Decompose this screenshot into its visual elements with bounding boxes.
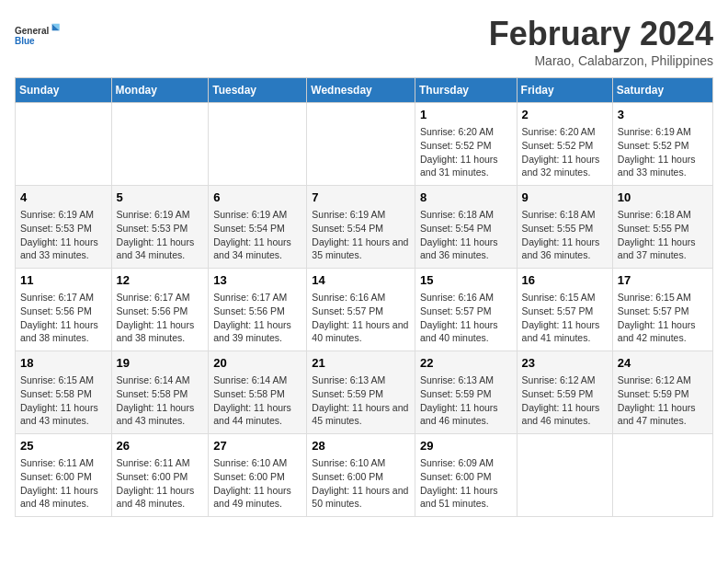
week-row-2: 4Sunrise: 6:19 AM Sunset: 5:53 PM Daylig… [16,186,713,269]
calendar-cell: 23Sunrise: 6:12 AM Sunset: 5:59 PM Dayli… [517,351,612,434]
calendar-cell: 21Sunrise: 6:13 AM Sunset: 5:59 PM Dayli… [307,351,415,434]
cell-info: Sunrise: 6:17 AM Sunset: 5:56 PM Dayligh… [20,291,107,345]
svg-text:Blue: Blue [15,36,35,46]
calendar-cell: 3Sunrise: 6:19 AM Sunset: 5:52 PM Daylig… [612,103,712,186]
cell-info: Sunrise: 6:14 AM Sunset: 5:58 PM Dayligh… [117,373,204,428]
logo: General Blue [15,15,61,56]
day-number: 28 [312,438,410,454]
calendar-cell: 5Sunrise: 6:19 AM Sunset: 5:53 PM Daylig… [111,186,209,269]
cell-info: Sunrise: 6:12 AM Sunset: 5:59 PM Dayligh… [522,373,608,428]
cell-info: Sunrise: 6:19 AM Sunset: 5:54 PM Dayligh… [312,208,410,262]
calendar-cell: 10Sunrise: 6:18 AM Sunset: 5:55 PM Dayli… [612,186,712,269]
week-row-4: 18Sunrise: 6:15 AM Sunset: 5:58 PM Dayli… [16,351,713,434]
week-row-3: 11Sunrise: 6:17 AM Sunset: 5:56 PM Dayli… [16,269,713,351]
cell-info: Sunrise: 6:09 AM Sunset: 6:00 PM Dayligh… [420,456,512,511]
header-tuesday: Tuesday [209,78,307,103]
cell-info: Sunrise: 6:19 AM Sunset: 5:53 PM Dayligh… [20,208,107,262]
calendar-cell: 26Sunrise: 6:11 AM Sunset: 6:00 PM Dayli… [111,434,209,517]
calendar-cell: 11Sunrise: 6:17 AM Sunset: 5:56 PM Dayli… [16,269,112,351]
day-number: 20 [213,355,301,372]
cell-info: Sunrise: 6:18 AM Sunset: 5:55 PM Dayligh… [522,208,608,262]
calendar-cell: 13Sunrise: 6:17 AM Sunset: 5:56 PM Dayli… [209,269,307,351]
day-number: 29 [420,438,512,454]
calendar-cell [16,103,112,186]
svg-text:General: General [15,26,49,36]
calendar-cell: 14Sunrise: 6:16 AM Sunset: 5:57 PM Dayli… [307,269,415,351]
day-number: 5 [117,190,204,206]
cell-info: Sunrise: 6:11 AM Sunset: 6:00 PM Dayligh… [20,456,107,511]
header-sunday: Sunday [16,78,112,103]
calendar-cell: 29Sunrise: 6:09 AM Sunset: 6:00 PM Dayli… [415,434,517,517]
calendar-cell: 8Sunrise: 6:18 AM Sunset: 5:54 PM Daylig… [415,186,517,269]
cell-info: Sunrise: 6:10 AM Sunset: 6:00 PM Dayligh… [213,456,301,511]
title-area: February 2024 Marao, Calabarzon, Philipp… [489,15,713,68]
calendar-cell: 15Sunrise: 6:16 AM Sunset: 5:57 PM Dayli… [415,269,517,351]
calendar-cell: 9Sunrise: 6:18 AM Sunset: 5:55 PM Daylig… [517,186,612,269]
calendar-cell: 25Sunrise: 6:11 AM Sunset: 6:00 PM Dayli… [16,434,112,517]
header-monday: Monday [111,78,209,103]
day-number: 1 [420,107,512,123]
cell-info: Sunrise: 6:13 AM Sunset: 5:59 PM Dayligh… [420,373,512,428]
calendar-cell: 17Sunrise: 6:15 AM Sunset: 5:57 PM Dayli… [612,269,712,351]
day-number: 14 [312,272,410,289]
day-number: 24 [618,355,708,372]
day-number: 10 [618,190,708,206]
calendar-cell: 22Sunrise: 6:13 AM Sunset: 5:59 PM Dayli… [415,351,517,434]
day-number: 11 [20,272,107,289]
cell-info: Sunrise: 6:16 AM Sunset: 5:57 PM Dayligh… [420,291,512,345]
cell-info: Sunrise: 6:11 AM Sunset: 6:00 PM Dayligh… [117,456,204,511]
cell-info: Sunrise: 6:12 AM Sunset: 5:59 PM Dayligh… [618,373,708,428]
cell-info: Sunrise: 6:17 AM Sunset: 5:56 PM Dayligh… [117,291,204,345]
calendar-cell: 18Sunrise: 6:15 AM Sunset: 5:58 PM Dayli… [16,351,112,434]
header: General Blue February 2024 Marao, Calaba… [15,15,713,68]
calendar-cell: 1Sunrise: 6:20 AM Sunset: 5:52 PM Daylig… [415,103,517,186]
day-number: 23 [522,355,608,372]
day-number: 25 [20,438,107,454]
calendar-cell: 24Sunrise: 6:12 AM Sunset: 5:59 PM Dayli… [612,351,712,434]
header-friday: Friday [517,78,612,103]
calendar-cell: 16Sunrise: 6:15 AM Sunset: 5:57 PM Dayli… [517,269,612,351]
calendar-table: SundayMondayTuesdayWednesdayThursdayFrid… [15,77,713,517]
day-number: 26 [117,438,204,454]
day-number: 8 [420,190,512,206]
cell-info: Sunrise: 6:18 AM Sunset: 5:55 PM Dayligh… [618,208,708,262]
calendar-cell: 27Sunrise: 6:10 AM Sunset: 6:00 PM Dayli… [209,434,307,517]
calendar-cell: 7Sunrise: 6:19 AM Sunset: 5:54 PM Daylig… [307,186,415,269]
cell-info: Sunrise: 6:19 AM Sunset: 5:52 PM Dayligh… [618,125,708,179]
calendar-cell [111,103,209,186]
calendar-cell: 6Sunrise: 6:19 AM Sunset: 5:54 PM Daylig… [209,186,307,269]
cell-info: Sunrise: 6:15 AM Sunset: 5:57 PM Dayligh… [522,291,608,345]
cell-info: Sunrise: 6:13 AM Sunset: 5:59 PM Dayligh… [312,373,410,428]
cell-info: Sunrise: 6:14 AM Sunset: 5:58 PM Dayligh… [213,373,301,428]
day-number: 7 [312,190,410,206]
cell-info: Sunrise: 6:10 AM Sunset: 6:00 PM Dayligh… [312,456,410,511]
calendar-cell: 28Sunrise: 6:10 AM Sunset: 6:00 PM Dayli… [307,434,415,517]
logo-svg: General Blue [15,15,61,56]
week-row-1: 1Sunrise: 6:20 AM Sunset: 5:52 PM Daylig… [16,103,713,186]
week-row-5: 25Sunrise: 6:11 AM Sunset: 6:00 PM Dayli… [16,434,713,517]
calendar-header-row: SundayMondayTuesdayWednesdayThursdayFrid… [16,78,713,103]
day-number: 13 [213,272,301,289]
main-title: February 2024 [489,15,713,53]
calendar-cell [517,434,612,517]
day-number: 27 [213,438,301,454]
calendar-cell: 19Sunrise: 6:14 AM Sunset: 5:58 PM Dayli… [111,351,209,434]
calendar-cell: 4Sunrise: 6:19 AM Sunset: 5:53 PM Daylig… [16,186,112,269]
calendar-cell: 20Sunrise: 6:14 AM Sunset: 5:58 PM Dayli… [209,351,307,434]
day-number: 18 [20,355,107,372]
day-number: 4 [20,190,107,206]
day-number: 3 [618,107,708,123]
day-number: 17 [618,272,708,289]
cell-info: Sunrise: 6:19 AM Sunset: 5:54 PM Dayligh… [213,208,301,262]
day-number: 15 [420,272,512,289]
calendar-cell [209,103,307,186]
calendar-cell [612,434,712,517]
day-number: 6 [213,190,301,206]
cell-info: Sunrise: 6:20 AM Sunset: 5:52 PM Dayligh… [420,125,512,179]
calendar-cell [307,103,415,186]
cell-info: Sunrise: 6:18 AM Sunset: 5:54 PM Dayligh… [420,208,512,262]
day-number: 16 [522,272,608,289]
cell-info: Sunrise: 6:16 AM Sunset: 5:57 PM Dayligh… [312,291,410,345]
day-number: 12 [117,272,204,289]
cell-info: Sunrise: 6:15 AM Sunset: 5:57 PM Dayligh… [618,291,708,345]
